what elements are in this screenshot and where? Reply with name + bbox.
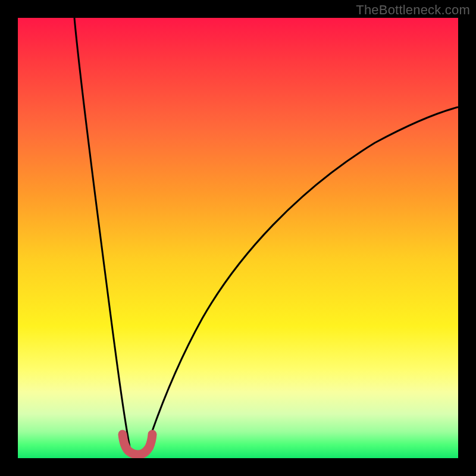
left-branch	[74, 18, 131, 453]
valley-marker	[123, 434, 152, 455]
watermark: TheBottleneck.com	[356, 2, 470, 18]
right-branch	[145, 107, 458, 453]
curve-layer	[18, 18, 458, 458]
plot-area	[18, 18, 458, 458]
chart-frame: TheBottleneck.com	[0, 0, 476, 476]
